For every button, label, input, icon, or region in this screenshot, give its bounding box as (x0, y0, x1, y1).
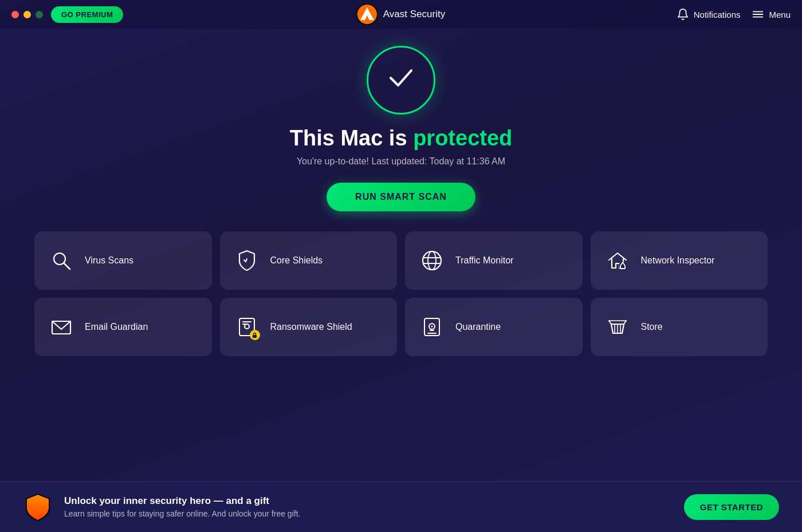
banner-shield-icon (23, 492, 53, 522)
magnify-icon (48, 247, 74, 274)
svg-point-15 (245, 324, 249, 329)
minimize-button[interactable] (23, 11, 31, 18)
basket-icon (604, 314, 631, 340)
feature-label-virus-scans: Virus Scans (85, 255, 133, 266)
feature-label-ransomware-shield: Ransomware Shield (270, 322, 352, 332)
home-shield-icon (604, 247, 631, 274)
lock-badge (250, 330, 260, 340)
banner-text: Unlock your inner security hero — and a … (64, 495, 673, 518)
status-title-plain: This Mac is (290, 126, 413, 150)
feature-card-quarantine[interactable]: Quarantine (405, 298, 583, 356)
title-bar: GO PREMIUM Avast Security Notifications (0, 0, 802, 29)
feature-label-quarantine: Quarantine (455, 322, 501, 332)
app-window: GO PREMIUM Avast Security Notifications (0, 0, 802, 532)
close-button[interactable] (11, 11, 19, 18)
bottom-banner: Unlock your inner security hero — and a … (0, 481, 802, 532)
svg-point-4 (54, 253, 65, 265)
avast-logo-icon (357, 4, 378, 25)
svg-line-5 (64, 263, 70, 269)
quarantine-icon (419, 314, 445, 340)
title-bar-left: GO PREMIUM (11, 6, 123, 23)
shield-icon (234, 247, 260, 274)
banner-subtitle: Learn simple tips for staying safer onli… (64, 509, 673, 518)
feature-grid: Virus Scans Core Shields Tr (34, 231, 768, 356)
lock-icon (251, 332, 258, 338)
hamburger-icon (752, 8, 764, 21)
title-bar-center: Avast Security (357, 4, 445, 25)
feature-label-network-inspector: Network Inspector (641, 255, 715, 266)
run-smart-scan-button[interactable]: RUN SMART SCAN (327, 183, 475, 211)
status-circle-container (367, 46, 435, 115)
title-bar-right: Notifications Menu (677, 8, 791, 21)
feature-card-virus-scans[interactable]: Virus Scans (34, 231, 212, 290)
main-content: This Mac is protected You're up-to-date!… (0, 29, 802, 532)
feature-card-email-guardian[interactable]: Email Guardian (34, 298, 212, 356)
feature-label-core-shields: Core Shields (270, 255, 323, 266)
notifications-label: Notifications (694, 10, 741, 19)
status-title-highlight: protected (413, 126, 512, 150)
menu-button[interactable]: Menu (752, 8, 791, 21)
feature-label-store: Store (641, 322, 663, 332)
feature-card-store[interactable]: Store (591, 298, 768, 356)
globe-icon (419, 247, 445, 274)
status-subtitle: You're up-to-date! Last updated: Today a… (297, 156, 505, 167)
mail-icon (48, 314, 74, 340)
traffic-lights (11, 11, 43, 18)
svg-point-8 (423, 251, 441, 270)
feature-card-core-shields[interactable]: Core Shields (220, 231, 398, 290)
app-title: Avast Security (383, 9, 445, 20)
status-title: This Mac is protected (290, 126, 513, 151)
svg-point-9 (428, 251, 436, 270)
feature-card-traffic-monitor[interactable]: Traffic Monitor (405, 231, 583, 290)
checkmark-icon (384, 61, 418, 100)
status-circle (367, 46, 435, 115)
banner-title: Unlock your inner security hero — and a … (64, 495, 673, 507)
svg-line-7 (246, 259, 247, 262)
feature-card-network-inspector[interactable]: Network Inspector (591, 231, 768, 290)
notifications-button[interactable]: Notifications (677, 8, 741, 21)
ransomware-icon-container (234, 314, 260, 340)
svg-rect-18 (253, 335, 257, 338)
bell-icon (677, 8, 689, 21)
svg-point-23 (431, 326, 433, 328)
go-premium-button[interactable]: GO PREMIUM (51, 6, 123, 23)
feature-label-email-guardian: Email Guardian (85, 322, 148, 332)
feature-card-ransomware-shield[interactable]: Ransomware Shield (220, 298, 398, 356)
get-started-button[interactable]: GET STARTED (684, 494, 779, 520)
feature-label-traffic-monitor: Traffic Monitor (455, 255, 513, 266)
maximize-button[interactable] (36, 11, 43, 18)
svg-line-24 (609, 321, 611, 324)
menu-label: Menu (769, 10, 791, 19)
